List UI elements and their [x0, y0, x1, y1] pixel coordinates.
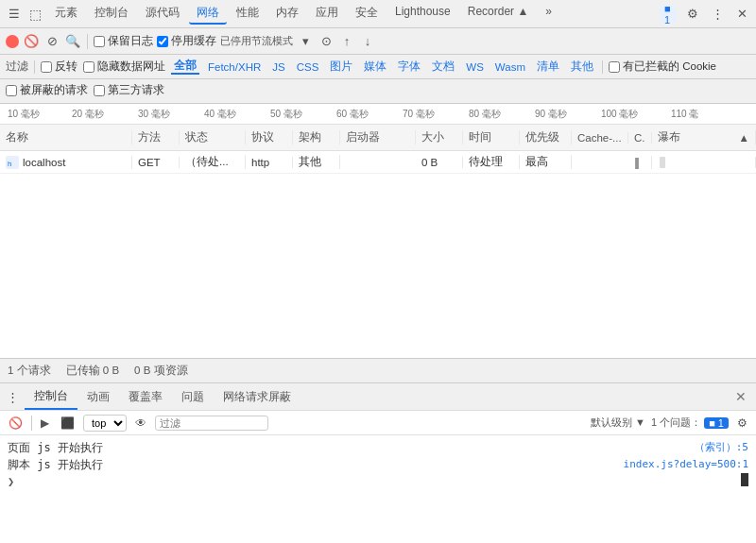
- tick-70ms: 70 毫秒: [403, 108, 435, 121]
- throttle-label: 已停用节流模式: [220, 34, 293, 48]
- timeline-ruler: 10 毫秒 20 毫秒 30 毫秒 40 毫秒 50 毫秒 60 毫秒 70 毫…: [0, 104, 756, 125]
- tab-application[interactable]: 应用: [308, 3, 346, 25]
- bottom-tab-network-block[interactable]: 网络请求屏蔽: [214, 385, 301, 409]
- filter-tag-img[interactable]: 图片: [327, 59, 355, 74]
- network-conditions-icon[interactable]: ⊙: [318, 33, 335, 50]
- bottom-tab-issues[interactable]: 问题: [172, 385, 214, 409]
- col-header-waterfall[interactable]: 瀑布 ▲: [652, 130, 756, 144]
- tab-security[interactable]: 安全: [348, 3, 386, 25]
- console-settings-icon[interactable]: ⚙: [734, 416, 750, 430]
- export-icon[interactable]: ↓: [359, 33, 376, 50]
- cell-c: ‖: [628, 156, 652, 169]
- bottom-tab-animation[interactable]: 动画: [77, 385, 119, 409]
- filter-tag-fetch[interactable]: Fetch/XHR: [205, 61, 264, 73]
- col-header-initiator[interactable]: 启动器: [340, 130, 416, 144]
- inspect-icon[interactable]: ⬚: [26, 6, 43, 23]
- console-stop-icon[interactable]: ⬛: [58, 416, 77, 430]
- hide-data-urls-checkbox[interactable]: 隐藏数据网址: [83, 59, 165, 74]
- disable-cache-checkbox[interactable]: 停用缓存: [157, 34, 216, 48]
- console-line-1: 页面 js 开始执行 （索引）:5: [8, 439, 748, 456]
- clear-button[interactable]: 🚫: [23, 33, 40, 50]
- bottom-panel: ⋮ 控制台 动画 覆盖率 问题 网络请求屏蔽 ✕ 🚫 ▶ ⬛ top 👁 默认级…: [0, 382, 756, 543]
- log-level-select[interactable]: 默认级别 ▼: [591, 416, 645, 430]
- col-header-protocol[interactable]: 协议: [246, 130, 293, 144]
- import-icon[interactable]: ↑: [338, 33, 355, 50]
- filter-tag-css[interactable]: CSS: [294, 61, 322, 73]
- issues-badge[interactable]: ■ 1: [660, 6, 677, 23]
- table-header: 名称 方法 状态 协议 架构 启动器 大小 时间 优先级 Cache-... C…: [0, 125, 756, 151]
- settings-icon[interactable]: ⚙: [684, 6, 701, 23]
- col-header-method[interactable]: 方法: [132, 130, 180, 144]
- issues-count-badge[interactable]: ■ 1: [704, 417, 729, 429]
- filter-tag-media[interactable]: 媒体: [361, 59, 389, 74]
- throttle-dropdown[interactable]: ▾: [297, 33, 314, 50]
- tick-100ms: 100 毫秒: [601, 108, 638, 121]
- file-icon: h: [6, 156, 19, 169]
- cell-status: （待处...: [180, 155, 246, 169]
- blocked-requests-checkbox[interactable]: 被屏蔽的请求: [6, 83, 88, 97]
- tab-lighthouse[interactable]: Lighthouse: [387, 3, 458, 25]
- resource-size: 0 B 项资源: [134, 364, 187, 378]
- filter-tag-other[interactable]: 其他: [568, 59, 596, 74]
- filter-tag-doc[interactable]: 文档: [429, 59, 457, 74]
- bottom-tab-console[interactable]: 控制台: [25, 384, 77, 410]
- console-cursor: [741, 473, 748, 486]
- console-line-2: 脚本 js 开始执行 index.js?delay=500:1: [8, 456, 748, 473]
- tab-elements[interactable]: 元素: [47, 3, 85, 25]
- tab-more[interactable]: »: [538, 3, 559, 25]
- col-header-status[interactable]: 状态: [180, 130, 246, 144]
- cell-time: 待处理: [463, 155, 520, 169]
- console-line-1-source[interactable]: （索引）:5: [695, 439, 748, 456]
- cell-method: GET: [132, 157, 180, 168]
- tab-recorder[interactable]: Recorder ▲: [460, 3, 537, 25]
- filter-bar-2: 被屏蔽的请求 第三方请求: [0, 79, 756, 104]
- close-bottom-panel-button[interactable]: ✕: [730, 389, 752, 404]
- console-line-1-text: 页面 js 开始执行: [8, 439, 103, 456]
- record-button[interactable]: [6, 35, 19, 48]
- col-header-name[interactable]: 名称: [0, 130, 132, 144]
- bottom-tab-coverage[interactable]: 覆盖率: [119, 385, 172, 409]
- console-filter-input[interactable]: [155, 416, 268, 431]
- filter-tag-wasm[interactable]: Wasm: [492, 61, 528, 73]
- col-header-type[interactable]: 架构: [293, 130, 340, 144]
- tab-performance[interactable]: 性能: [229, 3, 266, 25]
- issues-indicator: 1 个问题： ■ 1: [651, 416, 729, 430]
- tabs-container: 元素 控制台 源代码 网络 性能 内存 应用 安全 Lighthouse Rec…: [47, 3, 559, 25]
- eye-icon[interactable]: 👁: [132, 416, 149, 430]
- tick-10ms: 10 毫秒: [8, 108, 40, 121]
- has-blocked-cookies-checkbox[interactable]: 有已拦截的 Cookie: [609, 59, 716, 74]
- search-icon[interactable]: 🔍: [64, 33, 81, 50]
- tab-sources[interactable]: 源代码: [138, 3, 187, 25]
- col-header-priority[interactable]: 优先级: [520, 130, 572, 144]
- preserve-log-checkbox[interactable]: 保留日志: [94, 34, 153, 48]
- divider: [31, 416, 32, 431]
- tick-90ms: 90 毫秒: [535, 108, 567, 121]
- tab-console[interactable]: 控制台: [87, 3, 136, 25]
- top-context-select[interactable]: top: [83, 415, 127, 432]
- tab-memory[interactable]: 内存: [268, 3, 306, 25]
- tab-network[interactable]: 网络: [189, 3, 227, 25]
- devtools-menu-icon[interactable]: ☰: [6, 6, 23, 23]
- table-row[interactable]: h localhost GET （待处... http 其他 0 B 待处理 最…: [0, 151, 756, 174]
- network-table: 名称 方法 状态 协议 架构 启动器 大小 时间 优先级 Cache-... C…: [0, 125, 756, 358]
- filter-icon[interactable]: ⊘: [43, 33, 60, 50]
- more-icon[interactable]: ⋮: [709, 6, 726, 23]
- col-header-cache[interactable]: Cache-...: [572, 132, 628, 144]
- col-header-time[interactable]: 时间: [463, 130, 520, 144]
- filter-tag-manifest[interactable]: 清单: [534, 59, 562, 74]
- cell-name: h localhost: [0, 156, 132, 169]
- col-header-c[interactable]: C.: [628, 132, 652, 144]
- col-header-size[interactable]: 大小: [416, 130, 463, 144]
- filter-tag-js[interactable]: JS: [269, 61, 287, 73]
- cell-priority: 最高: [520, 155, 572, 169]
- console-line-2-source[interactable]: index.js?delay=500:1: [624, 456, 748, 473]
- filter-tag-font[interactable]: 字体: [395, 59, 423, 74]
- console-play-icon[interactable]: ▶: [38, 416, 52, 430]
- tick-60ms: 60 毫秒: [336, 108, 369, 121]
- third-party-checkbox[interactable]: 第三方请求: [94, 83, 164, 97]
- invert-checkbox[interactable]: 反转: [41, 59, 77, 74]
- filter-tag-all[interactable]: 全部: [171, 59, 199, 75]
- filter-tag-ws[interactable]: WS: [463, 61, 487, 73]
- close-icon[interactable]: ✕: [733, 6, 750, 23]
- console-clear-button[interactable]: 🚫: [6, 416, 26, 430]
